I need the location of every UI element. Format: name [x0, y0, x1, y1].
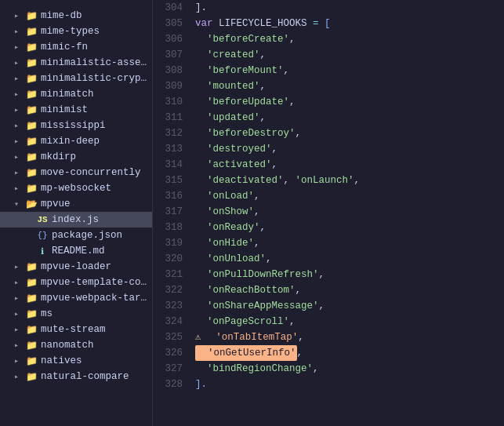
- sidebar-label-mute-stream: mute-stream: [41, 324, 106, 335]
- minimalistic-crypto-utils-icon: 📁: [25, 72, 38, 85]
- token-punct: ,: [313, 361, 319, 377]
- token-punct: ,: [319, 298, 325, 314]
- token-punct: ,: [297, 345, 303, 361]
- line-number-322: 322: [153, 282, 183, 298]
- line-number-321: 321: [153, 267, 183, 282]
- mpvue-loader-icon: 📁: [25, 260, 38, 273]
- readme-md-icon: ℹ: [36, 245, 49, 257]
- sidebar-item-minimalistic-crypto-utils[interactable]: ▸📁minimalistic-crypto-utils: [0, 71, 152, 86]
- sidebar-item-readme-md[interactable]: ℹREADME.md: [0, 243, 152, 259]
- sidebar-label-mississippi: mississippi: [41, 120, 106, 131]
- sidebar-label-ms: ms: [41, 308, 53, 319]
- sidebar-label-minimatch: minimatch: [41, 89, 94, 100]
- sidebar-label-mpvue: mpvue: [41, 198, 71, 209]
- line-number-307: 307: [153, 47, 183, 63]
- token-str: 'beforeDestroy': [195, 126, 296, 141]
- sidebar-label-mpvue-loader: mpvue-loader: [41, 261, 111, 272]
- mute-stream-icon: 📁: [25, 323, 38, 336]
- mp-websocket-icon: 📁: [25, 182, 38, 195]
- sidebar-item-mime-types[interactable]: ▸📁mime-types: [0, 24, 152, 39]
- sidebar-item-minimalistic-assert[interactable]: ▸📁minimalistic-assert: [0, 55, 152, 71]
- token-punct: ,: [296, 126, 302, 141]
- sidebar-item-mpvue-loader[interactable]: ▸📁mpvue-loader: [0, 259, 152, 275]
- sidebar-item-move-concurrently[interactable]: ▸📁move-concurrently: [0, 165, 152, 180]
- sidebar-label-natural-compare: natural-compare: [41, 371, 129, 382]
- sidebar-item-mpvue-template-comp[interactable]: ▸📁mpvue-template-comp...: [0, 275, 152, 290]
- sidebar-label-mpvue-template-comp: mpvue-template-comp...: [41, 277, 149, 288]
- code-line-319: 'onHide',: [195, 235, 504, 251]
- code-editor: 3043053063073083093103113123133143153163…: [153, 0, 504, 426]
- sidebar-item-mimic-fn[interactable]: ▸📁mimic-fn: [0, 39, 152, 55]
- code-line-305: var LIFECYCLE_HOOKS = [: [195, 16, 504, 31]
- token-plain: [213, 16, 219, 31]
- token-bracket: [: [325, 16, 331, 31]
- code-line-313: 'destroyed',: [195, 141, 504, 157]
- sidebar-item-mime-db[interactable]: ▸📁mime-db: [0, 8, 152, 24]
- code-line-321: 'onPullDownRefresh',: [195, 267, 504, 282]
- token-str: 'beforeCreate': [195, 31, 289, 47]
- sidebar-label-nanomatch: nanomatch: [41, 340, 94, 351]
- code-line-304: ].: [195, 0, 504, 16]
- mixin-deep-icon: 📁: [25, 135, 38, 147]
- sidebar-item-index-js[interactable]: JSindex.js: [0, 212, 152, 228]
- sidebar-item-nanomatch[interactable]: ▸📁nanomatch: [0, 337, 152, 353]
- token-str: 'updated': [195, 110, 260, 126]
- code-line-308: 'beforeMount',: [195, 63, 504, 78]
- sidebar-label-mkdirp: mkdirp: [41, 151, 76, 162]
- sidebar-item-ms[interactable]: ▸📁ms: [0, 306, 152, 322]
- sidebar-label-package-json: package.json: [52, 230, 122, 241]
- line-number-309: 309: [153, 78, 183, 94]
- sidebar-item-mp-websocket[interactable]: ▸📁mp-websocket: [0, 180, 152, 196]
- sidebar-item-mississippi[interactable]: ▸📁mississippi: [0, 118, 152, 133]
- token-str: 'mounted': [195, 78, 260, 94]
- token-punct: ,: [354, 173, 361, 188]
- sidebar-item-mpvue[interactable]: ▾📂mpvue: [0, 196, 152, 212]
- sidebar-label-mp-websocket: mp-websocket: [41, 183, 111, 194]
- sidebar-items-list: ▸📁mime-db▸📁mime-types▸📁mimic-fn▸📁minimal…: [0, 8, 152, 384]
- sidebar-item-mkdirp[interactable]: ▸📁mkdirp: [0, 149, 152, 165]
- sidebar-item-package-json[interactable]: {}package.json: [0, 228, 152, 243]
- mime-types-icon: 📁: [25, 25, 38, 38]
- mississippi-icon: 📁: [25, 119, 38, 132]
- token-str: 'onShow': [195, 204, 254, 220]
- line-number-328: 328: [153, 377, 183, 392]
- token-var: LIFECYCLE_HOOKS: [219, 16, 307, 31]
- token-plain: [307, 16, 314, 31]
- code-line-325: ⚠ 'onTabItemTap',: [195, 330, 504, 345]
- code-line-327: 'bindRegionChange',: [195, 361, 504, 377]
- sidebar-label-move-concurrently: move-concurrently: [41, 167, 141, 178]
- code-line-317: 'onShow',: [195, 204, 504, 220]
- line-number-318: 318: [153, 220, 183, 235]
- code-line-318: 'onReady',: [195, 220, 504, 235]
- token-op: =: [313, 16, 319, 31]
- token-punct: ].: [195, 0, 207, 16]
- code-line-323: 'onShareAppMessage',: [195, 298, 504, 314]
- sidebar-item-natives[interactable]: ▸📁natives: [0, 353, 152, 369]
- token-str: 'onPageScroll': [195, 314, 289, 330]
- line-number-323: 323: [153, 298, 183, 314]
- code-line-326: 'onGetUserInfo',: [195, 345, 504, 361]
- code-line-322: 'onReachBottom',: [195, 282, 504, 298]
- token-punct: ,: [319, 267, 325, 282]
- index-js-icon: JS: [36, 213, 49, 226]
- sidebar-header: [0, 0, 152, 8]
- token-punct: ,: [254, 235, 260, 251]
- token-punct: ,: [254, 188, 260, 204]
- sidebar-item-minimatch[interactable]: ▸📁minimatch: [0, 86, 152, 102]
- token-punct: ,: [284, 173, 296, 188]
- token-str: 'onPullDownRefresh': [195, 267, 319, 282]
- sidebar-item-mpvue-webpack-target[interactable]: ▸📁mpvue-webpack-target: [0, 290, 152, 306]
- token-str: 'onShareAppMessage': [195, 298, 319, 314]
- sidebar-item-minimist[interactable]: ▸📁minimist: [0, 102, 152, 118]
- token-str-orange: 'onTabItemTap': [204, 330, 298, 345]
- minimist-icon: 📁: [25, 104, 38, 116]
- line-numbers: 3043053063073083093103113123133143153163…: [153, 0, 189, 426]
- sidebar-item-mute-stream[interactable]: ▸📁mute-stream: [0, 322, 152, 337]
- minimatch-icon: 📁: [25, 88, 38, 100]
- sidebar-item-mixin-deep[interactable]: ▸📁mixin-deep: [0, 133, 152, 149]
- sidebar-label-mime-db: mime-db: [41, 10, 82, 21]
- mimic-fn-icon: 📁: [25, 41, 38, 53]
- mkdirp-icon: 📁: [25, 151, 38, 163]
- sidebar-item-natural-compare[interactable]: ▸📁natural-compare: [0, 369, 152, 384]
- sidebar-label-minimist: minimist: [41, 104, 88, 115]
